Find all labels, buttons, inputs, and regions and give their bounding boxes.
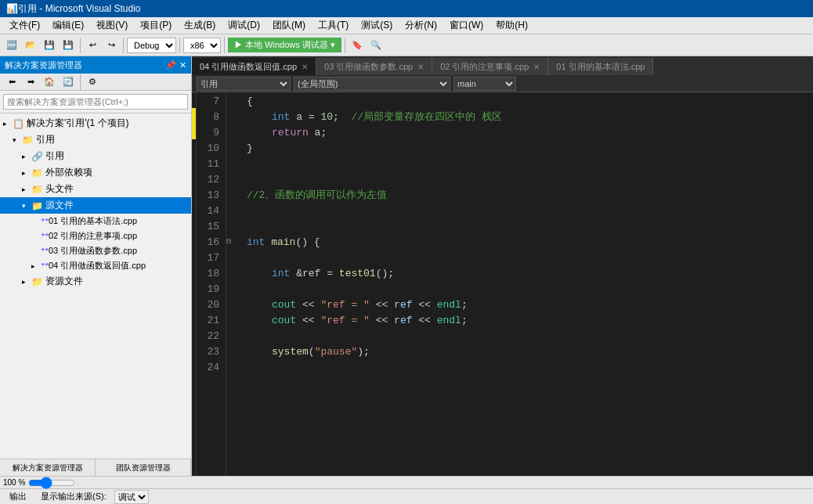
menu-edit[interactable]: 编辑(E) <box>46 17 90 34</box>
cg-14 <box>226 202 237 218</box>
sidebar-refresh-btn[interactable]: 🔄 <box>60 74 77 91</box>
toolbar-extra1[interactable]: 🔖 <box>349 37 366 54</box>
gutter-19 <box>192 280 196 296</box>
tree-file-02[interactable]: ⁺⁺ 02 引用的注意事项.cpp <box>0 229 191 243</box>
code-line-22 <box>247 329 813 344</box>
tree-file-01[interactable]: ⁺⁺ 01 引用的基本语法.cpp <box>0 214 191 229</box>
file04-label: 04 引用做函数返回值.cpp <box>49 260 146 272</box>
menu-build[interactable]: 生成(B) <box>178 17 222 34</box>
tree-resources[interactable]: ▸ 📁 资源文件 <box>0 273 191 290</box>
editor-tab-01[interactable]: 01 引用的基本语法.cpp <box>548 58 653 75</box>
redo-btn[interactable]: ↪ <box>103 37 120 54</box>
menu-help[interactable]: 帮助(H) <box>490 17 534 34</box>
resources-label: 资源文件 <box>45 275 83 288</box>
output-source-select[interactable]: 调试 <box>114 490 149 504</box>
toolbar-extra2[interactable]: 🔍 <box>367 37 385 54</box>
sidebar-pin-icon[interactable]: 📌 <box>165 60 176 70</box>
code-line-17 <box>247 250 813 266</box>
sidebar-home-btn[interactable]: 🏠 <box>41 74 58 91</box>
tree-solution[interactable]: ▸ 📋 解决方案'引用'(1 个项目) <box>0 115 191 131</box>
code-line-18: int &ref = test01 (); <box>247 266 813 282</box>
code-line-21: cout << "ref = " << ref << endl ; <box>247 313 813 329</box>
gutter-23 <box>192 343 196 358</box>
sidebar-close-icon[interactable]: ✕ <box>179 60 186 70</box>
tab04-label: 04 引用做函数返回值.cpp <box>200 61 297 73</box>
ln-16: 16 <box>197 235 219 250</box>
cg-13 <box>226 186 237 202</box>
tab04-close-icon[interactable]: ✕ <box>302 63 308 71</box>
undo-btn[interactable]: ↩ <box>84 37 101 54</box>
sep2 <box>123 38 124 53</box>
code-context-select[interactable]: 引用 <box>197 77 291 91</box>
file01-label: 01 引用的基本语法.cpp <box>49 215 137 227</box>
collapse-gutter: ⊟ <box>226 92 237 476</box>
menu-analyze[interactable]: 分析(N) <box>399 17 443 34</box>
save-btn[interactable]: 💾 <box>41 37 58 54</box>
menu-bar: 文件(F) 编辑(E) 视图(V) 项目(P) 生成(B) 调试(D) 团队(M… <box>0 17 813 34</box>
sidebar-filter-btn[interactable]: ⚙ <box>84 74 101 91</box>
code-editor: 7 8 9 10 11 12 13 14 15 16 17 18 19 20 2… <box>192 92 813 476</box>
sidebar-toolbar: ⬅ ➡ 🏠 🔄 ⚙ <box>0 74 191 91</box>
tab02-close-icon[interactable]: ✕ <box>533 63 540 71</box>
ln-8: 8 <box>197 110 219 125</box>
editor-tab-04[interactable]: 04 引用做函数返回值.cpp ✕ <box>192 58 316 75</box>
sources-icon: 📁 <box>31 200 43 211</box>
ln-15: 15 <box>197 219 219 235</box>
project-label: 引用 <box>36 133 55 146</box>
cg-20 <box>226 296 237 311</box>
menu-tools[interactable]: 工具(T) <box>312 17 355 34</box>
code-nav-select[interactable]: main <box>453 77 516 91</box>
tree-sources[interactable]: ▾ 📁 源文件 <box>0 197 191 214</box>
sidebar-back-btn[interactable]: ⬅ <box>3 74 20 91</box>
sidebar-search-input[interactable] <box>3 94 188 110</box>
tree-file-03[interactable]: ⁺⁺ 03 引用做函数参数.cpp <box>0 243 191 258</box>
menu-window[interactable]: 窗口(W) <box>443 17 490 34</box>
tab03-close-icon[interactable]: ✕ <box>417 63 424 71</box>
menu-test[interactable]: 测试(S) <box>355 17 399 34</box>
code-content[interactable]: { int a = 10 ; //局部变量存放在四区中的 栈区 return <box>237 92 813 476</box>
zoom-slider[interactable] <box>28 478 75 488</box>
output-tab-output[interactable]: 输出 <box>3 489 33 505</box>
cg-24 <box>226 358 237 374</box>
tree-project-ref[interactable]: ▸ 🔗 引用 <box>0 148 191 164</box>
new-btn[interactable]: 🆕 <box>3 37 20 54</box>
menu-file[interactable]: 文件(F) <box>3 17 46 34</box>
menu-team[interactable]: 团队(M) <box>266 17 312 34</box>
run-button[interactable]: ▶ 本地 Windows 调试器 ▾ <box>228 38 341 52</box>
file01-icon: ⁺⁺ <box>41 217 49 225</box>
platform-select[interactable]: x86 <box>183 38 221 53</box>
save-all-btn[interactable]: 💾 <box>60 37 77 54</box>
gutter-12 <box>192 171 196 186</box>
tab-solution-explorer[interactable]: 解决方案资源管理器 <box>0 459 96 476</box>
ln-19: 19 <box>197 282 219 297</box>
open-btn[interactable]: 📂 <box>22 37 39 54</box>
menu-view[interactable]: 视图(V) <box>90 17 134 34</box>
cg-16[interactable]: ⊟ <box>226 233 237 249</box>
sidebar-fwd-btn[interactable]: ➡ <box>22 74 39 91</box>
ln-7: 7 <box>197 94 219 110</box>
sep5 <box>345 38 345 53</box>
code-line-7: { <box>247 94 813 110</box>
file02-icon: ⁺⁺ <box>41 232 49 240</box>
sep1 <box>80 38 81 53</box>
tab-team-explorer[interactable]: 团队资源管理器 <box>96 459 191 476</box>
editor-tab-02[interactable]: 02 引用的注意事项.cpp ✕ <box>432 58 548 75</box>
cg-7 <box>226 92 237 108</box>
tree-file-04[interactable]: ▸ ⁺⁺ 04 引用做函数返回值.cpp <box>0 258 191 273</box>
tree-external-deps[interactable]: ▸ 📁 外部依赖项 <box>0 164 191 181</box>
menu-project[interactable]: 项目(P) <box>134 17 178 34</box>
editor-tab-03[interactable]: 03 引用做函数参数.cpp ✕ <box>316 58 432 75</box>
extdeps-arrow-icon: ▸ <box>22 169 31 177</box>
gutter-13 <box>192 186 196 202</box>
ln-10: 10 <box>197 141 219 157</box>
code-line-20: cout << "ref = " << ref << endl ; <box>247 297 813 313</box>
tree-headers[interactable]: ▸ 📁 头文件 <box>0 181 191 197</box>
tree-project[interactable]: ▾ 📁 引用 <box>0 131 191 148</box>
debug-config-select[interactable]: Debug <box>127 38 176 53</box>
gutter-15 <box>192 218 196 233</box>
gutter-22 <box>192 327 196 343</box>
menu-debug[interactable]: 调试(D) <box>222 17 266 34</box>
code-scope-select[interactable]: (全局范围) <box>294 77 450 91</box>
ln-23: 23 <box>197 344 219 360</box>
cg-21 <box>226 311 237 327</box>
